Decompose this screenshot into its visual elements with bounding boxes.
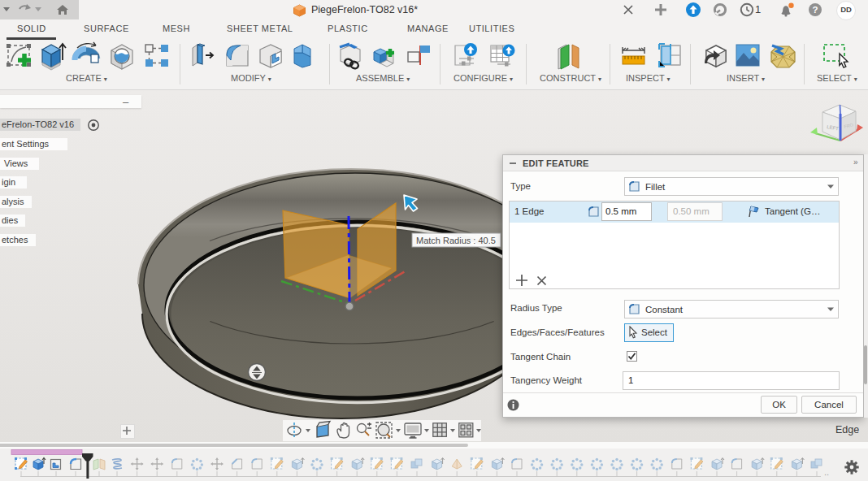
svg-text:..: .. — [824, 467, 829, 477]
svg-text:Match Radius : 40.5: Match Radius : 40.5 — [416, 236, 496, 245]
svg-text:?: ? — [812, 5, 818, 15]
